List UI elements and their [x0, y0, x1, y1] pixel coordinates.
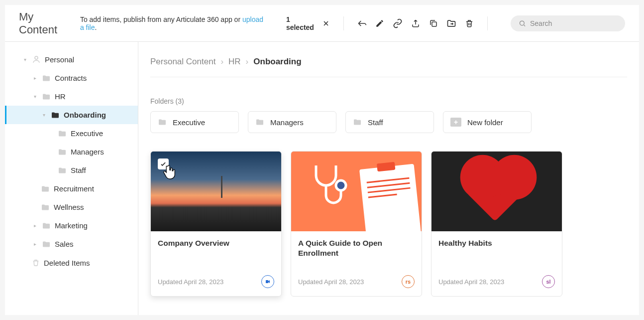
content-card-open-enrollment[interactable]: A Quick Guide to Open Enrollment Updated…	[291, 151, 422, 297]
sidebar-item-managers[interactable]: Managers	[5, 143, 138, 161]
folder-icon	[42, 241, 51, 248]
trash-icon	[465, 19, 474, 28]
sidebar-item-label: Wellness	[54, 203, 84, 211]
toolbar	[357, 18, 474, 28]
folder-icon	[41, 204, 50, 211]
separator	[343, 16, 344, 30]
svg-point-2	[35, 56, 38, 59]
move-to-folder-icon	[446, 18, 456, 28]
subtitle-prefix: To add items, publish from any Articulat…	[80, 15, 242, 23]
folder-icon	[255, 119, 264, 126]
sidebar-item-wellness[interactable]: Wellness	[5, 198, 138, 216]
folder-card-executive[interactable]: Executive	[150, 111, 239, 133]
sidebar-item-sales[interactable]: ▸ Sales	[5, 235, 138, 253]
breadcrumb: Personal Content › HR › Onboarding	[150, 57, 627, 77]
storyline-badge-icon: sl	[542, 275, 555, 288]
sidebar-item-label: Contracts	[55, 74, 87, 82]
card-thumbnail	[151, 152, 281, 231]
folder-row: Executive Managers Staff + New folder	[150, 111, 627, 133]
folder-icon	[51, 112, 60, 119]
sidebar-item-label: Recruitment	[54, 184, 94, 193]
content-card-healthy-habits[interactable]: Healthy Habits Updated April 28, 2023 sl	[431, 151, 562, 297]
sidebar-item-recruitment[interactable]: Recruitment	[5, 179, 138, 198]
page-title: My Content	[19, 10, 71, 36]
folder-card-staff[interactable]: Staff	[345, 111, 434, 133]
export-icon	[411, 19, 420, 28]
move-button[interactable]	[446, 18, 456, 28]
folder-icon	[353, 119, 362, 126]
share-button[interactable]	[357, 18, 367, 28]
plus-icon: +	[450, 118, 461, 127]
stethoscope-icon	[301, 160, 351, 210]
folder-icon	[158, 119, 167, 126]
folder-name: New folder	[467, 118, 503, 127]
clear-selection-button[interactable]	[322, 18, 331, 28]
caret-down-icon: ▾	[22, 57, 28, 62]
breadcrumb-hr[interactable]: HR	[228, 57, 241, 67]
person-icon	[32, 55, 41, 64]
folder-icon	[42, 222, 51, 229]
topbar: My Content To add items, publish from an…	[5, 5, 639, 42]
content-card-company-overview[interactable]: Company Overview Updated April 28, 2023	[150, 151, 282, 297]
export-button[interactable]	[411, 18, 421, 28]
card-thumbnail	[291, 152, 422, 231]
sidebar-item-staff[interactable]: Staff	[5, 161, 138, 179]
content-area: Personal Content › HR › Onboarding Folde…	[138, 42, 639, 315]
breadcrumb-personal[interactable]: Personal Content	[150, 57, 215, 67]
caret-down-icon: ▾	[41, 112, 47, 118]
sidebar-item-label: Executive	[71, 129, 103, 138]
folder-icon	[58, 130, 67, 137]
folder-name: Executive	[173, 118, 205, 127]
folder-name: Staff	[368, 118, 383, 127]
card-date: Updated April 28, 2023	[298, 278, 364, 286]
folder-icon	[41, 185, 50, 192]
caret-down-icon: ▾	[32, 94, 38, 99]
rise-badge-icon: rs	[402, 275, 415, 288]
sidebar-item-deleted[interactable]: Deleted Items	[5, 253, 138, 272]
svg-point-3	[336, 180, 346, 190]
sidebar-item-executive[interactable]: Executive	[5, 124, 138, 143]
sidebar-item-label: Onboarding	[64, 111, 106, 119]
caret-right-icon: ▸	[32, 241, 38, 247]
selection-info: 1 selected	[286, 15, 330, 31]
trash-icon	[32, 258, 40, 267]
link-icon	[393, 18, 403, 28]
folder-name: Managers	[270, 118, 304, 127]
card-title: Company Overview	[158, 238, 274, 248]
folder-card-managers[interactable]: Managers	[248, 111, 336, 133]
sidebar-item-hr[interactable]: ▾ HR	[5, 87, 138, 106]
caret-right-icon: ▸	[32, 223, 38, 228]
separator	[487, 16, 488, 30]
close-icon	[322, 19, 330, 27]
selection-count: 1 selected	[286, 15, 318, 31]
chevron-right-icon: ›	[220, 57, 223, 67]
copy-button[interactable]	[429, 18, 438, 28]
svg-rect-0	[432, 22, 436, 26]
delete-button[interactable]	[464, 18, 474, 28]
sidebar-root-personal[interactable]: ▾ Personal	[5, 50, 138, 69]
folder-icon	[58, 149, 67, 156]
new-folder-button[interactable]: + New folder	[443, 111, 532, 133]
caret-right-icon: ▸	[32, 75, 38, 81]
folders-section-label: Folders (3)	[150, 97, 627, 105]
svg-point-1	[520, 21, 525, 25]
share-icon	[357, 18, 367, 28]
sidebar-item-onboarding[interactable]: ▾ Onboarding	[5, 106, 138, 124]
video-badge-icon	[261, 275, 274, 288]
link-button[interactable]	[393, 18, 403, 28]
sidebar-item-label: Marketing	[55, 221, 88, 230]
sidebar-root-label: Personal	[45, 55, 74, 64]
sidebar-item-label: HR	[55, 92, 66, 101]
search-box[interactable]	[511, 15, 625, 31]
edit-button[interactable]	[375, 18, 385, 28]
folder-icon	[42, 93, 51, 100]
sidebar-item-label: Sales	[55, 240, 74, 248]
search-icon	[519, 19, 526, 27]
search-input[interactable]	[530, 19, 617, 27]
subtitle: To add items, publish from any Articulat…	[80, 15, 268, 31]
folder-icon	[58, 167, 67, 174]
sidebar-item-label: Deleted Items	[44, 259, 90, 267]
sidebar-item-marketing[interactable]: ▸ Marketing	[5, 216, 138, 235]
content-cards: Company Overview Updated April 28, 2023	[150, 151, 627, 297]
sidebar-item-contracts[interactable]: ▸ Contracts	[5, 69, 138, 87]
